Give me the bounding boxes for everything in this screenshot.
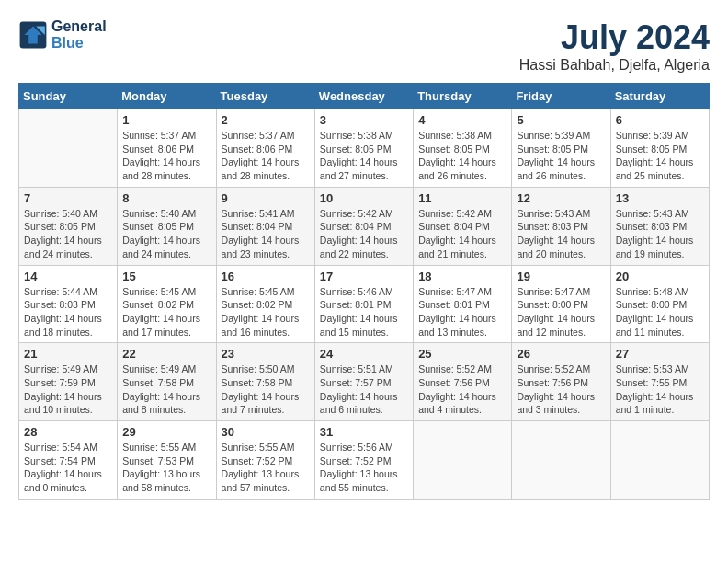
day-number: 21: [24, 347, 112, 361]
day-number: 5: [517, 113, 605, 127]
day-info: Sunrise: 5:55 AMSunset: 7:52 PMDaylight:…: [222, 441, 310, 495]
day-info: Sunrise: 5:40 AMSunset: 8:05 PMDaylight:…: [24, 207, 112, 261]
calendar-week-row: 28Sunrise: 5:54 AMSunset: 7:54 PMDayligh…: [19, 421, 710, 500]
calendar-week-row: 14Sunrise: 5:44 AMSunset: 8:03 PMDayligh…: [19, 265, 710, 343]
day-info: Sunrise: 5:37 AMSunset: 8:06 PMDaylight:…: [222, 129, 310, 183]
calendar-cell: 4Sunrise: 5:38 AMSunset: 8:05 PMDaylight…: [414, 109, 512, 188]
calendar-cell: 29Sunrise: 5:55 AMSunset: 7:53 PMDayligh…: [118, 421, 216, 500]
calendar-cell: [512, 421, 610, 500]
calendar-cell: 3Sunrise: 5:38 AMSunset: 8:05 PMDaylight…: [314, 109, 413, 188]
day-number: 19: [517, 270, 605, 283]
weekday-header: Thursday: [414, 84, 512, 109]
day-number: 16: [222, 270, 310, 283]
day-number: 3: [320, 113, 408, 127]
calendar-cell: 21Sunrise: 5:49 AMSunset: 7:59 PMDayligh…: [19, 343, 118, 421]
title-section: July 2024 Hassi Bahbah, Djelfa, Algeria: [519, 18, 710, 74]
day-number: 30: [222, 425, 310, 439]
calendar-week-row: 7Sunrise: 5:40 AMSunset: 8:05 PMDaylight…: [19, 187, 710, 265]
day-info: Sunrise: 5:45 AMSunset: 8:02 PMDaylight:…: [122, 285, 210, 339]
day-info: Sunrise: 5:43 AMSunset: 8:03 PMDaylight:…: [616, 207, 704, 261]
calendar-cell: 11Sunrise: 5:42 AMSunset: 8:04 PMDayligh…: [414, 187, 512, 265]
day-info: Sunrise: 5:51 AMSunset: 7:57 PMDaylight:…: [320, 362, 408, 417]
day-number: 14: [24, 270, 112, 283]
calendar-cell: 24Sunrise: 5:51 AMSunset: 7:57 PMDayligh…: [314, 343, 413, 421]
calendar-cell: 9Sunrise: 5:41 AMSunset: 8:04 PMDaylight…: [216, 187, 314, 265]
day-number: 2: [222, 113, 310, 127]
day-number: 6: [616, 113, 704, 127]
day-info: Sunrise: 5:53 AMSunset: 7:55 PMDaylight:…: [616, 362, 704, 417]
calendar-cell: 26Sunrise: 5:52 AMSunset: 7:56 PMDayligh…: [512, 343, 610, 421]
calendar-table: SundayMondayTuesdayWednesdayThursdayFrid…: [18, 83, 710, 500]
calendar-cell: 1Sunrise: 5:37 AMSunset: 8:06 PMDaylight…: [118, 109, 216, 188]
calendar-cell: 15Sunrise: 5:45 AMSunset: 8:02 PMDayligh…: [118, 265, 216, 343]
day-number: 29: [122, 425, 210, 439]
calendar-cell: 17Sunrise: 5:46 AMSunset: 8:01 PMDayligh…: [314, 265, 413, 343]
day-number: 1: [122, 113, 210, 127]
day-number: 25: [418, 347, 506, 361]
calendar-cell: 28Sunrise: 5:54 AMSunset: 7:54 PMDayligh…: [19, 421, 118, 500]
weekday-header-row: SundayMondayTuesdayWednesdayThursdayFrid…: [19, 84, 710, 109]
calendar-cell: 22Sunrise: 5:49 AMSunset: 7:58 PMDayligh…: [118, 343, 216, 421]
day-number: 26: [517, 347, 605, 361]
day-number: 31: [320, 425, 408, 439]
calendar-cell: 31Sunrise: 5:56 AMSunset: 7:52 PMDayligh…: [314, 421, 413, 500]
weekday-header: Saturday: [610, 84, 709, 109]
weekday-header: Friday: [512, 84, 610, 109]
weekday-header: Tuesday: [216, 84, 314, 109]
day-info: Sunrise: 5:55 AMSunset: 7:53 PMDaylight:…: [122, 441, 210, 495]
weekday-header: Sunday: [19, 84, 118, 109]
calendar-cell: 6Sunrise: 5:39 AMSunset: 8:05 PMDaylight…: [610, 109, 709, 188]
day-number: 4: [418, 113, 506, 127]
calendar-cell: [610, 421, 709, 500]
calendar-cell: 18Sunrise: 5:47 AMSunset: 8:01 PMDayligh…: [414, 265, 512, 343]
day-info: Sunrise: 5:45 AMSunset: 8:02 PMDaylight:…: [222, 285, 310, 339]
calendar-cell: 20Sunrise: 5:48 AMSunset: 8:00 PMDayligh…: [610, 265, 709, 343]
calendar-cell: 14Sunrise: 5:44 AMSunset: 8:03 PMDayligh…: [19, 265, 118, 343]
day-info: Sunrise: 5:52 AMSunset: 7:56 PMDaylight:…: [418, 362, 506, 417]
day-info: Sunrise: 5:49 AMSunset: 7:58 PMDaylight:…: [122, 362, 210, 417]
calendar-cell: 30Sunrise: 5:55 AMSunset: 7:52 PMDayligh…: [216, 421, 314, 500]
day-number: 12: [517, 191, 605, 205]
calendar-cell: [19, 109, 118, 188]
day-number: 13: [616, 191, 704, 205]
calendar-cell: 12Sunrise: 5:43 AMSunset: 8:03 PMDayligh…: [512, 187, 610, 265]
day-info: Sunrise: 5:54 AMSunset: 7:54 PMDaylight:…: [24, 441, 112, 495]
day-number: 27: [616, 347, 704, 361]
day-number: 23: [222, 347, 310, 361]
day-info: Sunrise: 5:39 AMSunset: 8:05 PMDaylight:…: [616, 129, 704, 183]
calendar-cell: 5Sunrise: 5:39 AMSunset: 8:05 PMDaylight…: [512, 109, 610, 188]
day-info: Sunrise: 5:38 AMSunset: 8:05 PMDaylight:…: [418, 129, 506, 183]
calendar-cell: 19Sunrise: 5:47 AMSunset: 8:00 PMDayligh…: [512, 265, 610, 343]
day-info: Sunrise: 5:48 AMSunset: 8:00 PMDaylight:…: [616, 285, 704, 339]
day-info: Sunrise: 5:39 AMSunset: 8:05 PMDaylight:…: [517, 129, 605, 183]
day-info: Sunrise: 5:47 AMSunset: 8:01 PMDaylight:…: [418, 285, 506, 339]
day-info: Sunrise: 5:42 AMSunset: 8:04 PMDaylight:…: [418, 207, 506, 261]
month-title: July 2024: [519, 18, 710, 57]
day-number: 22: [122, 347, 210, 361]
calendar-week-row: 1Sunrise: 5:37 AMSunset: 8:06 PMDaylight…: [19, 109, 710, 188]
calendar-cell: 7Sunrise: 5:40 AMSunset: 8:05 PMDaylight…: [19, 187, 118, 265]
weekday-header: Wednesday: [314, 84, 413, 109]
day-info: Sunrise: 5:40 AMSunset: 8:05 PMDaylight:…: [122, 207, 210, 261]
calendar-cell: 25Sunrise: 5:52 AMSunset: 7:56 PMDayligh…: [414, 343, 512, 421]
day-number: 9: [222, 191, 310, 205]
calendar-cell: [414, 421, 512, 500]
calendar-cell: 23Sunrise: 5:50 AMSunset: 7:58 PMDayligh…: [216, 343, 314, 421]
logo-icon: [18, 20, 48, 50]
calendar-cell: 27Sunrise: 5:53 AMSunset: 7:55 PMDayligh…: [610, 343, 709, 421]
day-info: Sunrise: 5:49 AMSunset: 7:59 PMDaylight:…: [24, 362, 112, 417]
day-number: 20: [616, 270, 704, 283]
day-number: 11: [418, 191, 506, 205]
day-number: 15: [122, 270, 210, 283]
calendar-cell: 2Sunrise: 5:37 AMSunset: 8:06 PMDaylight…: [216, 109, 314, 188]
day-number: 7: [24, 191, 112, 205]
day-number: 10: [320, 191, 408, 205]
day-info: Sunrise: 5:43 AMSunset: 8:03 PMDaylight:…: [517, 207, 605, 261]
day-number: 17: [320, 270, 408, 283]
calendar-cell: 8Sunrise: 5:40 AMSunset: 8:05 PMDaylight…: [118, 187, 216, 265]
day-number: 8: [122, 191, 210, 205]
calendar-cell: 13Sunrise: 5:43 AMSunset: 8:03 PMDayligh…: [610, 187, 709, 265]
day-info: Sunrise: 5:37 AMSunset: 8:06 PMDaylight:…: [122, 129, 210, 183]
calendar-cell: 10Sunrise: 5:42 AMSunset: 8:04 PMDayligh…: [314, 187, 413, 265]
calendar-cell: 16Sunrise: 5:45 AMSunset: 8:02 PMDayligh…: [216, 265, 314, 343]
